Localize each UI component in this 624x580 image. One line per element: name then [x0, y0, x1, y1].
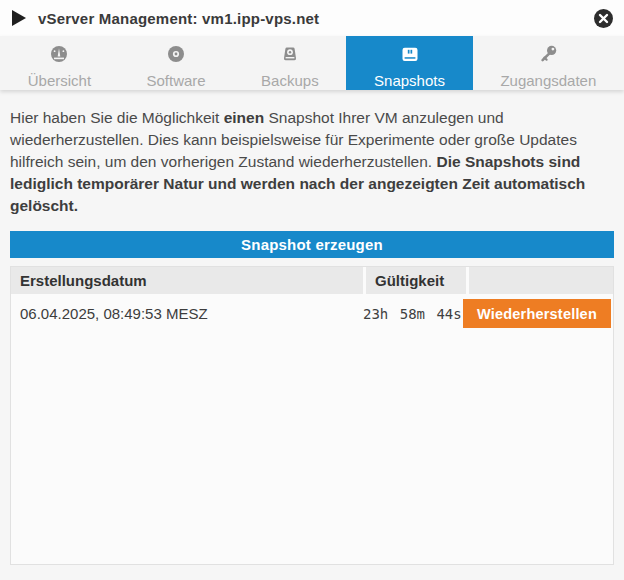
close-icon — [593, 8, 614, 29]
tab-zugangsdaten[interactable]: Zugangsdaten — [473, 36, 624, 90]
backup-device-icon — [279, 43, 301, 69]
play-icon — [12, 10, 26, 26]
disc-icon — [165, 43, 187, 69]
tab-snapshots[interactable]: Snapshots — [346, 36, 472, 90]
tab-label: Snapshots — [374, 72, 445, 89]
key-icon — [537, 43, 559, 69]
tabbar: Übersicht Software Backups — [0, 36, 624, 90]
description-bold: einen — [224, 109, 264, 126]
tab-label: Software — [146, 72, 205, 89]
table-header-row: Erstellungsdatum Gültigkeit — [11, 267, 613, 294]
content-area: Hier haben Sie die Möglichkeit einen Sna… — [0, 107, 624, 565]
table-row: 06.04.2025, 08:49:53 MESZ 23h 58m 44s Wi… — [11, 294, 613, 328]
close-button[interactable] — [592, 7, 614, 29]
snapshot-action-cell: Wiederherstellen — [463, 299, 613, 328]
tab-uebersicht[interactable]: Übersicht — [0, 36, 119, 90]
titlebar: vServer Management: vm1.ipp-vps.net — [0, 0, 624, 36]
description-text: Hier haben Sie die Möglichkeit einen Sna… — [10, 107, 608, 217]
column-header-erstellungsdatum: Erstellungsdatum — [11, 267, 363, 294]
tab-label: Zugangsdaten — [500, 72, 596, 89]
snapshot-created-date: 06.04.2025, 08:49:53 MESZ — [11, 305, 363, 322]
snapshot-table: Erstellungsdatum Gültigkeit 06.04.2025, … — [10, 266, 614, 565]
description-part: Hier haben Sie die Möglichkeit — [10, 109, 224, 126]
hdd-icon — [399, 43, 421, 69]
tab-backups[interactable]: Backups — [233, 36, 346, 90]
window-title: vServer Management: vm1.ipp-vps.net — [38, 10, 319, 27]
column-header-actions — [469, 267, 613, 294]
tab-label: Übersicht — [28, 72, 91, 89]
restore-button[interactable]: Wiederherstellen — [463, 299, 611, 328]
column-header-gueltigkeit: Gültigkeit — [366, 267, 466, 294]
gauge-icon — [48, 43, 70, 69]
tab-label: Backups — [261, 72, 319, 89]
create-snapshot-button[interactable]: Snapshot erzeugen — [10, 231, 614, 258]
snapshot-validity: 23h 58m 44s — [363, 306, 463, 322]
tab-software[interactable]: Software — [119, 36, 234, 90]
